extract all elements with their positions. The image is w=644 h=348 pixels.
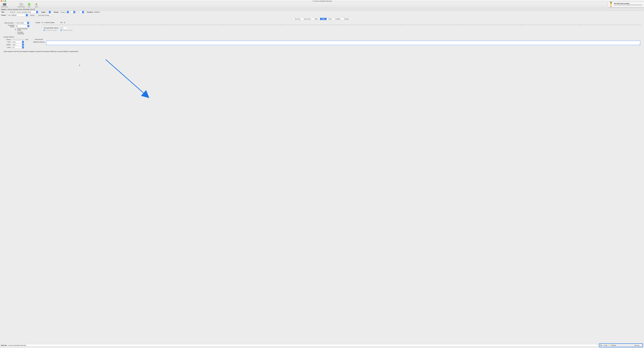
svg-rect-15 — [36, 4, 37, 5]
additional-options-label: Additional Options: — [32, 41, 45, 43]
cursor-icon: ➤ — [79, 64, 80, 66]
preset-label: Preset: — [1, 14, 6, 16]
tab-filters[interactable]: Filters — [313, 18, 320, 20]
toolbar-label: Open Source — [1, 6, 8, 7]
source-value: bounce animation final, 1920x1080, 30 FP… — [8, 9, 35, 10]
rf-label: RF: — [60, 22, 63, 23]
preset-select[interactable]: Fast 1080p30 — [7, 14, 28, 16]
range-label: Range: — [54, 11, 58, 13]
toolbar-label: Pause — [35, 6, 38, 7]
rf-value: 22 — [64, 22, 65, 23]
reload-button[interactable]: Reload — [28, 14, 36, 16]
svg-rect-14 — [36, 4, 36, 5]
avg-bitrate-field[interactable] — [60, 27, 68, 29]
browse-button[interactable]: Browse... — [633, 344, 642, 347]
titlebar: ▶ bounce animation final.mp4 — [0, 0, 644, 2]
rf-slider[interactable] — [43, 24, 640, 26]
preset-row: Preset: Fast 1080p30 Reload Save New Pre… — [0, 14, 644, 17]
profile-label: Profile: — [4, 44, 11, 45]
notification-banner[interactable]: 🍍🍹 Put down that cocktail... Your encode… — [608, 2, 644, 7]
tab-video[interactable]: Video — [320, 18, 327, 20]
slider-ticks — [43, 24, 640, 25]
video-tab-body: Video Encoder: H.264 (x264) Framerate (F… — [0, 20, 644, 53]
handbrake-app-icon: 🍍🍹 — [609, 3, 613, 6]
close-window-icon[interactable] — [1, 0, 2, 2]
to-label: To: — [600, 345, 602, 346]
twopass-label: 2-pass encoding — [46, 29, 56, 31]
level-label: Level: — [4, 46, 11, 48]
tab-subtitles[interactable]: Subtitles — [334, 18, 342, 20]
level-select[interactable]: 4.0 — [12, 46, 24, 48]
traffic-lights — [1, 0, 6, 2]
folder-icon: 📁 — [609, 345, 611, 346]
twopass-checkbox — [44, 29, 45, 31]
enc-preset-value-label: fast — [26, 39, 28, 40]
destination-box: To: ⌂Cam › 📁Movies Browse... — [599, 343, 643, 347]
duration-value: 00:00:03 — [94, 11, 100, 13]
angle-select[interactable]: 1 — [46, 11, 51, 13]
saveas-field[interactable] — [8, 344, 598, 347]
source-label: Source: — [1, 9, 6, 10]
tab-summary[interactable]: Summary — [293, 18, 302, 20]
play-icon — [28, 3, 30, 6]
fast-decode-checkbox[interactable] — [32, 39, 34, 40]
source-row: Source: bounce animation final, 1920x108… — [0, 8, 644, 10]
window-title: bounce animation final.mp4 — [314, 0, 332, 2]
video-encoder-select[interactable]: H.264 (x264) — [15, 22, 29, 24]
profile-select[interactable]: main — [12, 43, 24, 46]
notification-title: Put down that cocktail... — [614, 3, 642, 4]
range-mode-select[interactable]: Chapters — [60, 11, 69, 13]
turbo-checkbox — [60, 29, 62, 31]
constant-quality-radio[interactable] — [42, 22, 43, 23]
duration-label: Duration: — [87, 11, 94, 13]
breadcrumb-folder[interactable]: 📁Movies — [609, 345, 616, 346]
range-from-select[interactable]: 1 — [70, 11, 75, 13]
minimize-window-icon[interactable] — [3, 0, 4, 2]
tab-dimensions[interactable]: Dimensions — [302, 18, 313, 20]
pause-button[interactable]: Pause — [33, 3, 40, 7]
start-button[interactable]: Start — [26, 3, 32, 7]
tab-chapters[interactable]: Chapters — [342, 18, 351, 20]
constant-fr-label: Constant Framerate — [18, 31, 29, 34]
clapperboard-icon — [2, 3, 6, 6]
saveas-label: Save As: — [1, 345, 7, 346]
avg-bitrate-radio[interactable] — [42, 27, 43, 29]
constant-fr-radio[interactable] — [15, 32, 16, 34]
pause-icon — [35, 3, 38, 6]
save-new-preset-button[interactable]: Save New Preset... — [37, 14, 52, 16]
svg-rect-0 — [3, 4, 6, 6]
title-select-value: 1 - 00:00:03 - bounce animation final — [8, 11, 31, 13]
breadcrumb-home[interactable]: ⌂Cam — [603, 345, 608, 346]
tune-select[interactable]: none — [12, 41, 24, 43]
chevron-right-icon: › — [608, 345, 609, 346]
bottom-bar: Save As: To: ⌂Cam › 📁Movies Browse... — [1, 343, 643, 347]
tab-segment: Summary Dimensions Filters Video Audio S… — [293, 18, 351, 20]
zoom-window-icon[interactable] — [5, 0, 6, 2]
video-encoder-label: Video Encoder: — [4, 22, 14, 24]
toolbar-label: Start — [28, 6, 30, 7]
title-row: Title: 1 - 00:00:03 - bounce animation f… — [0, 10, 644, 14]
window-title-wrap: ▶ bounce animation final.mp4 — [312, 0, 332, 2]
toolbar: Open Source Add To Queue Start Pause — [0, 2, 644, 8]
encoder-preset-slider[interactable] — [12, 39, 25, 40]
add-to-queue-button[interactable]: Add To Queue — [18, 3, 25, 7]
tune-label: Tune: — [4, 41, 11, 43]
constant-quality-label: Constant Quality — [44, 22, 54, 23]
title-select[interactable]: 1 - 00:00:03 - bounce animation final — [7, 11, 38, 13]
encoder-options-header: Encoder Options — [4, 36, 640, 38]
peak-vfr-radio[interactable] — [15, 29, 16, 30]
angle-label: Angle: — [41, 11, 46, 13]
range-to-select[interactable]: 1 — [78, 11, 84, 13]
additional-options-field[interactable] — [46, 41, 640, 45]
tab-bar: Summary Dimensions Filters Video Audio S… — [0, 18, 644, 20]
x264-unparse-text: x264 Unparse: level=4.0:ref=2:8x8dct=0:w… — [4, 51, 640, 52]
fps-select[interactable]: 30 — [16, 25, 29, 27]
fast-decode-label: Fast Decode — [35, 39, 43, 40]
enc-preset-label: Preset: — [4, 39, 11, 40]
range-dash: – — [76, 11, 78, 13]
quality-label: Quality: — [34, 22, 40, 23]
tab-audio[interactable]: Audio — [327, 18, 334, 20]
document-icon: ▶ — [312, 0, 314, 2]
open-source-button[interactable]: Open Source — [1, 3, 8, 7]
peak-vfr-label: Peak Framerate (VFR) — [17, 28, 29, 31]
